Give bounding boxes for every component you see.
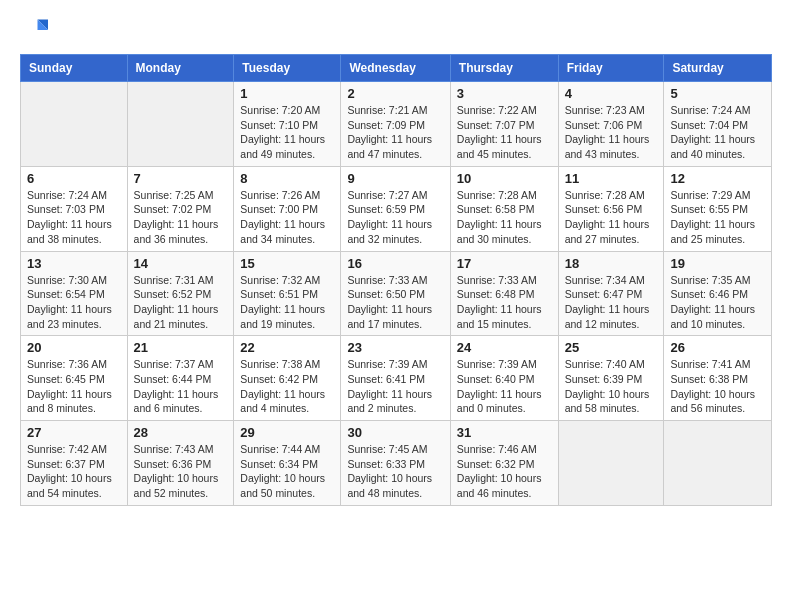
calendar-cell: 13Sunrise: 7:30 AM Sunset: 6:54 PM Dayli… [21,251,128,336]
day-info: Sunrise: 7:45 AM Sunset: 6:33 PM Dayligh… [347,442,443,501]
day-info: Sunrise: 7:38 AM Sunset: 6:42 PM Dayligh… [240,357,334,416]
day-info: Sunrise: 7:20 AM Sunset: 7:10 PM Dayligh… [240,103,334,162]
day-number: 23 [347,340,443,355]
day-number: 28 [134,425,228,440]
calendar-week-3: 13Sunrise: 7:30 AM Sunset: 6:54 PM Dayli… [21,251,772,336]
day-number: 25 [565,340,658,355]
calendar-week-5: 27Sunrise: 7:42 AM Sunset: 6:37 PM Dayli… [21,421,772,506]
day-info: Sunrise: 7:25 AM Sunset: 7:02 PM Dayligh… [134,188,228,247]
day-info: Sunrise: 7:42 AM Sunset: 6:37 PM Dayligh… [27,442,121,501]
calendar-cell: 24Sunrise: 7:39 AM Sunset: 6:40 PM Dayli… [450,336,558,421]
day-info: Sunrise: 7:36 AM Sunset: 6:45 PM Dayligh… [27,357,121,416]
calendar-cell: 27Sunrise: 7:42 AM Sunset: 6:37 PM Dayli… [21,421,128,506]
calendar-cell: 1Sunrise: 7:20 AM Sunset: 7:10 PM Daylig… [234,82,341,167]
calendar-cell: 18Sunrise: 7:34 AM Sunset: 6:47 PM Dayli… [558,251,664,336]
day-number: 7 [134,171,228,186]
day-info: Sunrise: 7:30 AM Sunset: 6:54 PM Dayligh… [27,273,121,332]
calendar-cell: 23Sunrise: 7:39 AM Sunset: 6:41 PM Dayli… [341,336,450,421]
calendar-table: SundayMondayTuesdayWednesdayThursdayFrid… [20,54,772,506]
calendar-cell: 6Sunrise: 7:24 AM Sunset: 7:03 PM Daylig… [21,166,128,251]
day-info: Sunrise: 7:24 AM Sunset: 7:04 PM Dayligh… [670,103,765,162]
day-info: Sunrise: 7:23 AM Sunset: 7:06 PM Dayligh… [565,103,658,162]
day-info: Sunrise: 7:34 AM Sunset: 6:47 PM Dayligh… [565,273,658,332]
day-info: Sunrise: 7:24 AM Sunset: 7:03 PM Dayligh… [27,188,121,247]
calendar-cell: 8Sunrise: 7:26 AM Sunset: 7:00 PM Daylig… [234,166,341,251]
day-number: 20 [27,340,121,355]
calendar-cell: 21Sunrise: 7:37 AM Sunset: 6:44 PM Dayli… [127,336,234,421]
logo-icon [20,16,48,44]
calendar-cell: 30Sunrise: 7:45 AM Sunset: 6:33 PM Dayli… [341,421,450,506]
calendar-cell [127,82,234,167]
day-info: Sunrise: 7:31 AM Sunset: 6:52 PM Dayligh… [134,273,228,332]
calendar-week-2: 6Sunrise: 7:24 AM Sunset: 7:03 PM Daylig… [21,166,772,251]
calendar-cell: 10Sunrise: 7:28 AM Sunset: 6:58 PM Dayli… [450,166,558,251]
day-info: Sunrise: 7:33 AM Sunset: 6:48 PM Dayligh… [457,273,552,332]
day-number: 5 [670,86,765,101]
day-info: Sunrise: 7:28 AM Sunset: 6:56 PM Dayligh… [565,188,658,247]
calendar-cell: 28Sunrise: 7:43 AM Sunset: 6:36 PM Dayli… [127,421,234,506]
day-number: 30 [347,425,443,440]
day-number: 27 [27,425,121,440]
calendar-cell: 14Sunrise: 7:31 AM Sunset: 6:52 PM Dayli… [127,251,234,336]
calendar-cell [558,421,664,506]
day-info: Sunrise: 7:35 AM Sunset: 6:46 PM Dayligh… [670,273,765,332]
calendar-cell: 3Sunrise: 7:22 AM Sunset: 7:07 PM Daylig… [450,82,558,167]
day-number: 2 [347,86,443,101]
calendar-cell [21,82,128,167]
day-number: 19 [670,256,765,271]
calendar-cell: 4Sunrise: 7:23 AM Sunset: 7:06 PM Daylig… [558,82,664,167]
calendar-header-monday: Monday [127,55,234,82]
day-number: 14 [134,256,228,271]
page: SundayMondayTuesdayWednesdayThursdayFrid… [0,0,792,612]
calendar-cell: 5Sunrise: 7:24 AM Sunset: 7:04 PM Daylig… [664,82,772,167]
day-number: 11 [565,171,658,186]
calendar-week-1: 1Sunrise: 7:20 AM Sunset: 7:10 PM Daylig… [21,82,772,167]
day-info: Sunrise: 7:46 AM Sunset: 6:32 PM Dayligh… [457,442,552,501]
day-info: Sunrise: 7:26 AM Sunset: 7:00 PM Dayligh… [240,188,334,247]
day-number: 3 [457,86,552,101]
day-number: 8 [240,171,334,186]
header [20,16,772,44]
day-info: Sunrise: 7:32 AM Sunset: 6:51 PM Dayligh… [240,273,334,332]
day-number: 4 [565,86,658,101]
calendar-cell: 25Sunrise: 7:40 AM Sunset: 6:39 PM Dayli… [558,336,664,421]
calendar-cell: 31Sunrise: 7:46 AM Sunset: 6:32 PM Dayli… [450,421,558,506]
day-info: Sunrise: 7:28 AM Sunset: 6:58 PM Dayligh… [457,188,552,247]
day-number: 10 [457,171,552,186]
day-number: 31 [457,425,552,440]
calendar-header-tuesday: Tuesday [234,55,341,82]
day-number: 22 [240,340,334,355]
calendar-week-4: 20Sunrise: 7:36 AM Sunset: 6:45 PM Dayli… [21,336,772,421]
day-info: Sunrise: 7:43 AM Sunset: 6:36 PM Dayligh… [134,442,228,501]
calendar-header-saturday: Saturday [664,55,772,82]
calendar-cell: 12Sunrise: 7:29 AM Sunset: 6:55 PM Dayli… [664,166,772,251]
day-number: 13 [27,256,121,271]
day-number: 24 [457,340,552,355]
calendar-cell: 26Sunrise: 7:41 AM Sunset: 6:38 PM Dayli… [664,336,772,421]
day-info: Sunrise: 7:29 AM Sunset: 6:55 PM Dayligh… [670,188,765,247]
calendar-cell: 9Sunrise: 7:27 AM Sunset: 6:59 PM Daylig… [341,166,450,251]
day-number: 6 [27,171,121,186]
calendar-cell: 7Sunrise: 7:25 AM Sunset: 7:02 PM Daylig… [127,166,234,251]
day-info: Sunrise: 7:41 AM Sunset: 6:38 PM Dayligh… [670,357,765,416]
day-number: 26 [670,340,765,355]
calendar-header-sunday: Sunday [21,55,128,82]
day-number: 16 [347,256,443,271]
calendar-cell: 22Sunrise: 7:38 AM Sunset: 6:42 PM Dayli… [234,336,341,421]
calendar-cell: 11Sunrise: 7:28 AM Sunset: 6:56 PM Dayli… [558,166,664,251]
day-info: Sunrise: 7:27 AM Sunset: 6:59 PM Dayligh… [347,188,443,247]
day-number: 18 [565,256,658,271]
day-info: Sunrise: 7:37 AM Sunset: 6:44 PM Dayligh… [134,357,228,416]
calendar-cell: 16Sunrise: 7:33 AM Sunset: 6:50 PM Dayli… [341,251,450,336]
day-number: 9 [347,171,443,186]
day-number: 21 [134,340,228,355]
day-info: Sunrise: 7:33 AM Sunset: 6:50 PM Dayligh… [347,273,443,332]
calendar-header-friday: Friday [558,55,664,82]
day-info: Sunrise: 7:21 AM Sunset: 7:09 PM Dayligh… [347,103,443,162]
calendar-header-thursday: Thursday [450,55,558,82]
logo [20,16,52,44]
day-number: 15 [240,256,334,271]
calendar-cell: 2Sunrise: 7:21 AM Sunset: 7:09 PM Daylig… [341,82,450,167]
calendar-header-wednesday: Wednesday [341,55,450,82]
day-info: Sunrise: 7:40 AM Sunset: 6:39 PM Dayligh… [565,357,658,416]
